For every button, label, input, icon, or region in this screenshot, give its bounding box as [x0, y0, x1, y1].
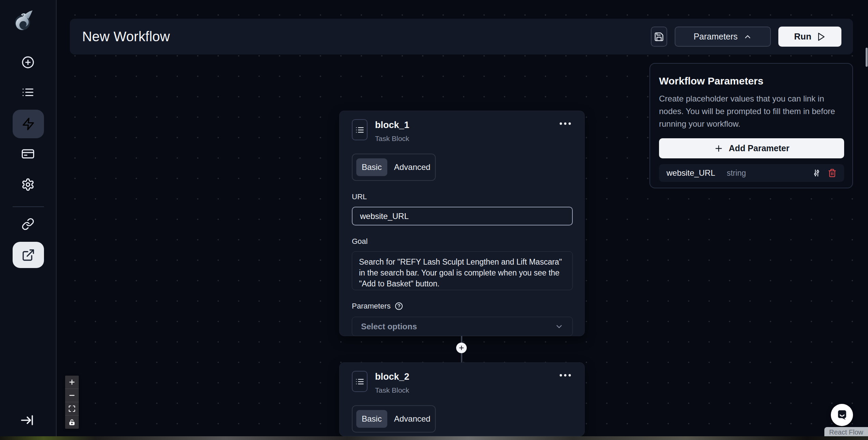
chevron-up-icon: [743, 32, 752, 41]
plus-icon: [458, 345, 465, 351]
expand-sidebar-icon[interactable]: [20, 413, 35, 428]
parameters-button-label: Parameters: [693, 32, 737, 42]
add-parameter-label: Add Parameter: [729, 143, 790, 153]
parameter-type: string: [727, 169, 746, 178]
parameter-row[interactable]: website_URL string: [659, 164, 844, 182]
block-type-iconbox: [352, 119, 368, 140]
save-floppy-icon: [654, 32, 664, 42]
add-parameter-button[interactable]: Add Parameter: [659, 138, 844, 158]
parameters-label: Parameters: [352, 302, 391, 311]
run-button[interactable]: Run: [778, 27, 841, 47]
fit-view-button[interactable]: [65, 402, 79, 415]
add-block-between-button[interactable]: [456, 343, 467, 353]
page-title: New Workflow: [82, 29, 170, 44]
zoom-in-button[interactable]: [65, 376, 79, 389]
link-icon[interactable]: [21, 218, 34, 231]
tab-basic[interactable]: Basic: [356, 158, 387, 176]
task-block-node-2[interactable]: block_2 Task Block Basic Advanced: [339, 362, 585, 436]
chat-messenger-button[interactable]: [831, 404, 853, 426]
delete-parameter-trash-icon[interactable]: [828, 169, 837, 177]
zoom-out-button[interactable]: [65, 389, 79, 402]
workflow-parameters-panel: Workflow Parameters Create placeholder v…: [649, 63, 853, 188]
url-input[interactable]: [352, 207, 573, 225]
goal-textarea[interactable]: Search for "REFY Lash Sculpt Lengthen an…: [352, 251, 573, 290]
edit-parameter-sliders-icon[interactable]: [812, 169, 821, 177]
goal-label: Goal: [352, 237, 572, 246]
workflow-header: New Workflow Parameters Run: [70, 19, 853, 54]
task-block-node-1[interactable]: block_1 Task Block Basic Advanced URL Go…: [339, 111, 585, 336]
parameters-select[interactable]: Select options: [352, 317, 573, 336]
help-circle-icon[interactable]: [395, 302, 403, 310]
sidebar-divider: [13, 206, 44, 207]
external-link-button[interactable]: [13, 242, 44, 268]
scrollbar-thumb[interactable]: [866, 48, 868, 67]
sidebar-item-workflows-active[interactable]: [13, 110, 44, 138]
tab-basic[interactable]: Basic: [356, 410, 387, 428]
block-menu-ellipsis-icon[interactable]: [558, 371, 572, 379]
list-icon: [355, 125, 364, 135]
credit-card-icon[interactable]: [21, 147, 34, 160]
canvas-zoom-controls: [65, 376, 79, 429]
tab-advanced[interactable]: Advanced: [389, 410, 436, 428]
parameter-key: website_URL: [667, 168, 715, 178]
list-icon: [355, 377, 364, 386]
skyvern-dragon-logo[interactable]: [10, 7, 36, 33]
parameters-toggle-button[interactable]: Parameters: [675, 27, 771, 47]
tab-advanced[interactable]: Advanced: [389, 158, 436, 176]
block-type-label: Task Block: [375, 135, 409, 143]
run-button-label: Run: [794, 31, 811, 42]
chevron-down-icon: [555, 322, 564, 331]
settings-gear-icon[interactable]: [21, 178, 35, 191]
lock-toggle-button[interactable]: [65, 415, 79, 429]
block-type-label: Task Block: [375, 386, 409, 394]
panel-description: Create placeholder values that you can l…: [659, 92, 843, 130]
lightning-icon: [21, 117, 35, 131]
create-new-icon[interactable]: [21, 56, 34, 69]
play-icon: [816, 32, 826, 42]
url-label: URL: [352, 192, 572, 201]
block-tabs: Basic Advanced: [352, 154, 436, 181]
block-tabs: Basic Advanced: [352, 405, 436, 433]
block-title[interactable]: block_1: [375, 120, 409, 130]
block-menu-ellipsis-icon[interactable]: [558, 119, 572, 127]
external-link-icon: [21, 248, 35, 262]
runs-list-icon[interactable]: [21, 86, 34, 99]
parameters-select-placeholder: Select options: [361, 322, 417, 331]
block-title[interactable]: block_2: [375, 372, 409, 382]
plus-icon: [714, 144, 723, 153]
block-type-iconbox: [352, 371, 368, 392]
desktop-wallpaper-strip: [0, 436, 868, 440]
chat-bubble-icon: [836, 409, 849, 422]
panel-title: Workflow Parameters: [659, 75, 843, 87]
save-button[interactable]: [651, 27, 667, 47]
sidebar: [0, 0, 57, 436]
